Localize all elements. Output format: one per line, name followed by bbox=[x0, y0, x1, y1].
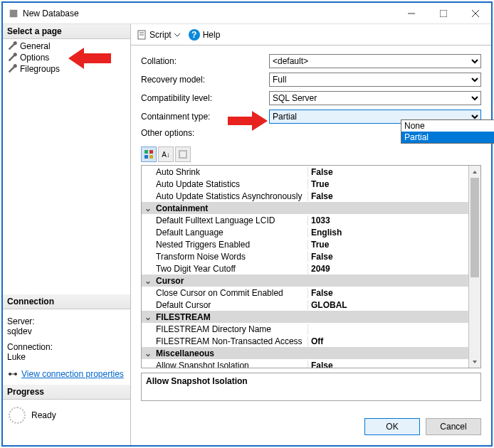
property-name: Nested Triggers Enabled bbox=[154, 240, 308, 250]
select-page-header: Select a page bbox=[3, 24, 130, 39]
svg-rect-11 bbox=[144, 150, 148, 154]
page-general[interactable]: General bbox=[3, 41, 130, 52]
property-name: Auto Update Statistics bbox=[154, 179, 308, 189]
titlebar: New Database bbox=[3, 3, 491, 24]
property-row[interactable]: Allow Snapshot IsolationFalse bbox=[142, 359, 468, 368]
ok-button[interactable]: OK bbox=[364, 418, 420, 435]
property-name: Auto Update Statistics Asynchronously bbox=[154, 191, 308, 201]
property-value[interactable]: False bbox=[308, 167, 468, 177]
property-value[interactable]: False bbox=[308, 252, 468, 262]
window-title: New Database bbox=[23, 9, 395, 18]
page-label: General bbox=[20, 41, 51, 51]
svg-rect-2 bbox=[440, 10, 447, 17]
property-name: Default Fulltext Language LCID bbox=[154, 215, 308, 225]
chevron-down-icon bbox=[174, 32, 180, 38]
scroll-thumb[interactable] bbox=[471, 178, 479, 277]
wrench-icon bbox=[7, 41, 17, 51]
property-value[interactable]: Off bbox=[308, 336, 468, 346]
property-row[interactable]: Default Fulltext Language LCID1033 bbox=[142, 214, 468, 226]
script-button[interactable]: Script bbox=[137, 30, 180, 40]
connection-value: Luke bbox=[7, 352, 126, 365]
scroll-up-button[interactable] bbox=[469, 166, 480, 178]
page-label: Filegroups bbox=[20, 64, 60, 74]
wrench-icon bbox=[7, 64, 17, 74]
recovery-model-select[interactable]: Full bbox=[269, 73, 481, 87]
property-category[interactable]: ⌄FILESTREAM bbox=[142, 311, 468, 323]
script-icon bbox=[137, 30, 147, 40]
property-row[interactable]: Two Digit Year Cutoff2049 bbox=[142, 262, 468, 274]
page-list: General Options Filegroups bbox=[3, 39, 130, 76]
svg-rect-0 bbox=[10, 9, 18, 17]
progress-spinner-icon bbox=[9, 407, 26, 424]
svg-rect-15 bbox=[179, 151, 186, 158]
property-value[interactable]: False bbox=[308, 288, 468, 298]
compatibility-level-select[interactable]: SQL Server bbox=[269, 91, 481, 105]
property-value[interactable]: True bbox=[308, 240, 468, 250]
compatibility-level-label: Compatibility level: bbox=[141, 93, 269, 103]
property-value[interactable]: False bbox=[308, 191, 468, 201]
property-value[interactable]: False bbox=[308, 361, 468, 368]
property-value[interactable]: English bbox=[308, 228, 468, 238]
alphabetical-view-button[interactable]: A↓ bbox=[158, 146, 174, 162]
grid-scrollbar[interactable] bbox=[468, 166, 480, 368]
view-connection-properties-link[interactable]: View connection properties bbox=[21, 369, 124, 379]
property-row[interactable]: Transform Noise WordsFalse bbox=[142, 250, 468, 262]
property-value[interactable]: True bbox=[308, 179, 468, 189]
collation-label: Collation: bbox=[141, 56, 269, 66]
annotation-arrow-icon bbox=[228, 111, 268, 131]
property-row[interactable]: FILESTREAM Non-Transacted AccessOff bbox=[142, 335, 468, 347]
property-description-box: Allow Snapshot Isolation bbox=[141, 373, 481, 401]
scroll-down-button[interactable] bbox=[469, 356, 480, 368]
property-name: FILESTREAM Non-Transacted Access bbox=[154, 336, 308, 346]
containment-option-none[interactable]: None bbox=[401, 120, 494, 132]
property-name: Transform Noise Words bbox=[154, 252, 308, 262]
property-row[interactable]: Default LanguageEnglish bbox=[142, 226, 468, 238]
categorized-view-button[interactable] bbox=[141, 146, 157, 162]
property-name: Allow Snapshot Isolation bbox=[154, 361, 308, 368]
connection-label: Connection: bbox=[7, 339, 126, 352]
property-row[interactable]: FILESTREAM Directory Name bbox=[142, 323, 468, 335]
property-category[interactable]: ⌄Miscellaneous bbox=[142, 347, 468, 359]
cancel-button[interactable]: Cancel bbox=[426, 418, 481, 435]
expand-icon[interactable]: ⌄ bbox=[142, 203, 154, 213]
property-row[interactable]: Auto Update StatisticsTrue bbox=[142, 178, 468, 190]
property-description-title: Allow Snapshot Isolation bbox=[146, 376, 476, 386]
property-row[interactable]: Close Cursor on Commit EnabledFalse bbox=[142, 287, 468, 299]
property-pages-button[interactable] bbox=[175, 146, 191, 162]
recovery-model-label: Recovery model: bbox=[141, 75, 269, 85]
help-label[interactable]: Help bbox=[203, 30, 221, 40]
property-name: Containment bbox=[154, 203, 468, 213]
svg-rect-13 bbox=[144, 155, 148, 159]
minimize-button[interactable] bbox=[395, 3, 427, 23]
expand-icon[interactable]: ⌄ bbox=[142, 348, 154, 358]
expand-icon[interactable]: ⌄ bbox=[142, 312, 154, 322]
property-row[interactable]: Auto ShrinkFalse bbox=[142, 166, 468, 178]
progress-header: Progress bbox=[3, 385, 130, 400]
collation-select[interactable]: <default> bbox=[269, 54, 481, 68]
script-label: Script bbox=[149, 30, 172, 40]
property-value[interactable]: GLOBAL bbox=[308, 300, 468, 310]
page-filegroups[interactable]: Filegroups bbox=[3, 63, 130, 75]
help-icon[interactable]: ? bbox=[189, 29, 200, 41]
svg-rect-14 bbox=[149, 155, 153, 159]
property-category[interactable]: ⌄Cursor bbox=[142, 274, 468, 287]
property-grid[interactable]: Auto ShrinkFalseAuto Update StatisticsTr… bbox=[142, 166, 468, 368]
property-row[interactable]: Auto Update Statistics AsynchronouslyFal… bbox=[142, 190, 468, 202]
property-name: Default Language bbox=[154, 228, 308, 238]
property-category[interactable]: ⌄Containment bbox=[142, 202, 468, 214]
containment-dropdown: None Partial bbox=[401, 119, 494, 144]
maximize-button[interactable] bbox=[427, 3, 459, 23]
close-button[interactable] bbox=[459, 3, 491, 23]
expand-icon[interactable]: ⌄ bbox=[142, 276, 154, 286]
database-icon bbox=[9, 9, 19, 18]
property-row[interactable]: Default CursorGLOBAL bbox=[142, 299, 468, 311]
server-label: Server: bbox=[7, 314, 126, 326]
property-name: Two Digit Year Cutoff bbox=[154, 264, 308, 274]
property-row[interactable]: Nested Triggers EnabledTrue bbox=[142, 238, 468, 250]
containment-option-partial[interactable]: Partial bbox=[401, 132, 494, 143]
property-name: Close Cursor on Commit Enabled bbox=[154, 288, 308, 298]
property-value[interactable]: 2049 bbox=[308, 264, 468, 274]
property-value[interactable]: 1033 bbox=[308, 215, 468, 225]
property-name: Miscellaneous bbox=[154, 348, 468, 358]
page-options[interactable]: Options bbox=[3, 52, 130, 63]
